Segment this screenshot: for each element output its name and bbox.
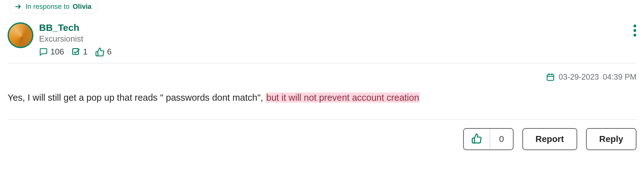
post-text-highlight: but it will not prevent account creation	[266, 93, 420, 103]
like-button[interactable]	[464, 129, 490, 150]
thumbs-up-icon	[471, 133, 482, 145]
like-count: 0	[490, 129, 513, 150]
post-header: BB_Tech Excursionist 106 1	[8, 22, 636, 57]
stat-likes-value: 6	[107, 47, 112, 57]
user-meta: BB_Tech Excursionist 106 1	[39, 22, 112, 57]
in-response-link[interactable]: In response to Olivia	[9, 0, 97, 14]
svg-rect-4	[547, 74, 554, 80]
arrow-right-icon	[14, 3, 22, 10]
stat-posts: 106	[39, 47, 64, 57]
in-response-prefix: In response to	[26, 3, 69, 11]
forum-post: In response to Olivia BB_Tech Excursioni…	[0, 0, 644, 158]
avatar[interactable]	[8, 22, 33, 48]
author-stats: 106 1 6	[39, 47, 112, 57]
divider	[8, 119, 636, 120]
author-username[interactable]: BB_Tech	[39, 22, 112, 33]
post-date: 03-29-2023	[559, 72, 599, 82]
post-actions: 0 Report Reply	[8, 128, 636, 150]
post-body: Yes, I will still get a pop up that read…	[8, 91, 636, 104]
post-text: Yes, I will still get a pop up that read…	[8, 93, 266, 103]
thumbs-up-icon	[95, 47, 105, 57]
stat-solutions-value: 1	[83, 47, 87, 57]
chat-icon	[39, 48, 48, 56]
post-time: 04:39 PM	[603, 72, 636, 82]
divider	[8, 63, 636, 64]
like-group: 0	[463, 128, 514, 150]
in-response-username: Olivia	[72, 3, 91, 11]
stat-solutions: 1	[72, 47, 87, 57]
report-button[interactable]: Report	[522, 128, 577, 150]
check-box-icon	[72, 48, 80, 56]
stat-likes: 6	[95, 47, 112, 57]
stat-posts-value: 106	[50, 47, 64, 57]
post-timestamp: 03-29-2023 04:39 PM	[8, 72, 636, 82]
author-rank: Excursionist	[39, 34, 112, 44]
calendar-icon	[546, 73, 555, 82]
reply-button[interactable]: Reply	[586, 128, 636, 150]
